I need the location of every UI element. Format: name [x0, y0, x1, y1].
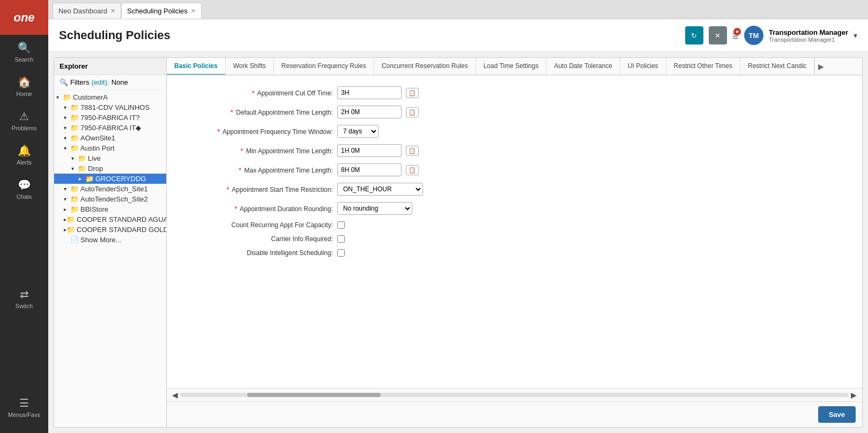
tab-work-shifts[interactable]: Work Shifts [226, 58, 274, 74]
tree-item[interactable]: ▸📁GROCERYDDG [54, 174, 166, 184]
tab-ui-policies[interactable]: UI Policies [620, 58, 666, 74]
tree-item[interactable]: ▾📁AOwnSite1 [54, 133, 166, 143]
tab-restrict-other-times[interactable]: Restrict Other Times [666, 58, 740, 74]
tree-expander[interactable]: ▾ [64, 145, 70, 151]
tree-item[interactable]: ▸📁COOPER STANDARD GOLD [54, 225, 166, 235]
tree-item-icon: 📁 [66, 226, 75, 234]
sidebar-item-switch[interactable]: ⇄ Switch [0, 281, 48, 316]
tree-expander[interactable]: ▾ [64, 186, 70, 192]
tab-restrict-next-candic[interactable]: Restrict Next Candic [740, 58, 814, 74]
tree-item[interactable]: ▸📁BBIStore [54, 204, 166, 214]
required-indicator: * [234, 205, 237, 213]
field-row-carrier-info: Carrier Info Required: [183, 235, 846, 243]
save-button[interactable]: Save [818, 406, 856, 423]
tree-item[interactable]: ▾📁Live [54, 153, 166, 163]
select-appt-duration-rounding[interactable]: No rounding 15 minutes 30 minutes 1 hour [337, 202, 412, 215]
tree-expander[interactable]: ▸ [79, 176, 85, 182]
app-logo[interactable]: one [0, 0, 48, 35]
menus-icon: ☰ [19, 397, 29, 409]
refresh-button[interactable]: ↻ [685, 26, 703, 44]
sidebar-item-menus[interactable]: ☰ Menus/Favs [0, 390, 48, 424]
tab-auto-date-tolerance[interactable]: Auto Date Tolerance [546, 58, 620, 74]
tree-item-icon: 📁 [85, 175, 94, 183]
tree-expander[interactable]: ▾ [64, 125, 70, 131]
label-appt-cutoff: * Appointment Cut Off Time: [183, 89, 333, 97]
tab-basic-policies[interactable]: Basic Policies [167, 58, 226, 76]
input-default-appt-length[interactable] [337, 106, 402, 118]
tree-item[interactable]: ▾📁Drop [54, 163, 166, 174]
tree-item-icon: 📁 [66, 215, 75, 223]
checkbox-carrier-info[interactable] [337, 235, 345, 243]
edit-default-appt-length-button[interactable]: 📋 [406, 107, 419, 117]
sidebar-item-label: Chats [17, 193, 32, 200]
avatar: TM [744, 26, 763, 45]
tree-expander[interactable]: ▾ [64, 196, 70, 202]
edit-appt-cutoff-button[interactable]: 📋 [406, 88, 419, 98]
tree-item[interactable]: ▸📁COOPER STANDARD AGUA [54, 214, 166, 225]
sidebar-item-alerts[interactable]: 🔔 Alerts [0, 138, 48, 172]
sidebar-item-home[interactable]: 🏠 Home [0, 69, 48, 103]
input-min-appt-length[interactable] [337, 144, 402, 157]
tree-expander[interactable]: ▾ [71, 166, 78, 171]
tree-item[interactable]: ▾📁7950-FABRICA IT◆ [54, 123, 166, 133]
tree-item-label: Austin Port [80, 144, 115, 152]
tree-expander[interactable]: ▾ [71, 155, 78, 161]
tree-expander[interactable]: ▾ [64, 135, 70, 141]
tree-expander[interactable]: ▾ [64, 104, 70, 110]
tab-load-time-settings[interactable]: Load Time Settings [476, 58, 547, 74]
user-dropdown-chevron[interactable]: ▾ [854, 31, 857, 40]
close-button[interactable]: ✕ [709, 26, 727, 44]
tree-item[interactable]: ▾📁AutoTenderSch_Site1 [54, 184, 166, 194]
page-header: Scheduling Policies ↻ ✕ ☰ ★ TM Transport… [48, 19, 868, 52]
browser-tab-bar: Neo Dashboard ✕ Scheduling Policies ✕ [48, 0, 868, 19]
browser-tab-neo-dashboard[interactable]: Neo Dashboard ✕ [53, 3, 121, 19]
scroll-track[interactable] [180, 393, 849, 397]
tree-item[interactable]: ▾📁AutoTenderSch_Site2 [54, 194, 166, 204]
user-name: Transportation Manager [769, 28, 848, 36]
sidebar-item-search[interactable]: 🔍 Search [0, 35, 48, 69]
required-indicator: * [227, 185, 229, 193]
sidebar-item-chats[interactable]: 💬 Chats [0, 172, 48, 206]
switch-icon: ⇄ [20, 288, 29, 301]
required-indicator: * [241, 147, 243, 155]
edit-min-appt-length-button[interactable]: 📋 [406, 146, 419, 156]
close-tab-icon[interactable]: ✕ [110, 8, 115, 14]
menu-button[interactable]: ☰ ★ [732, 30, 739, 41]
alerts-icon: 🔔 [18, 144, 31, 157]
page-title: Scheduling Policies [59, 28, 170, 42]
tree-expander[interactable]: ▾ [56, 94, 63, 100]
tree-item[interactable]: 📄Show More... [54, 235, 166, 245]
browser-tab-scheduling-policies[interactable]: Scheduling Policies ✕ [121, 3, 202, 19]
edit-max-appt-length-button[interactable]: 📋 [406, 165, 419, 175]
tree-item[interactable]: ▾📁7950-FABRICA IT? [54, 113, 166, 123]
explorer-header: Explorer [54, 58, 166, 75]
close-icon: ✕ [715, 32, 721, 40]
header-actions: ↻ ✕ ☰ ★ TM Transportation Manager Transp… [685, 26, 857, 45]
tree-item-icon: 📁 [70, 205, 79, 213]
tree-expander[interactable]: ▸ [64, 206, 70, 212]
tree-item-label: GROCERYDDG [95, 175, 146, 183]
tree-expander[interactable]: ▾ [64, 115, 70, 121]
input-max-appt-length[interactable] [337, 163, 402, 176]
user-info: Transportation Manager Transportation Ma… [769, 28, 848, 43]
scroll-left-arrow[interactable]: ◀ [172, 391, 178, 399]
tree-item[interactable]: ▾📁7881-CDV VALINHOS [54, 102, 166, 113]
tree-item[interactable]: ▾📁Austin Port [54, 143, 166, 153]
tab-reservation-frequency-rules[interactable]: Reservation Frequency Rules [274, 58, 374, 74]
select-appt-start-restriction[interactable]: ON_THE_HOUR ON_THE_HALF_HOUR NONE [337, 183, 423, 196]
select-appt-freq-window[interactable]: 1 day 7 days 14 days 30 days [337, 125, 379, 138]
field-row-appt-start-restriction: * Appointment Start Time Restriction: ON… [183, 183, 846, 196]
close-tab-icon[interactable]: ✕ [191, 8, 196, 14]
horizontal-scrollbar: ◀ ▶ [167, 388, 862, 401]
filter-edit-link[interactable]: (edit): [91, 78, 109, 86]
tree-item[interactable]: ▾📁CustomerA [54, 92, 166, 102]
input-appt-cutoff[interactable] [337, 86, 402, 99]
tab-concurrent-reservation-rules[interactable]: Concurrent Reservation Rules [374, 58, 476, 74]
tab-scroll-right[interactable]: ▶ [814, 58, 827, 74]
checkbox-disable-intelligent[interactable] [337, 249, 345, 257]
scroll-right-arrow[interactable]: ▶ [851, 391, 857, 399]
checkbox-count-recurring[interactable] [337, 221, 345, 229]
user-role: Transportation Manager1 [769, 36, 848, 43]
required-indicator: * [231, 108, 233, 116]
sidebar-item-problems[interactable]: ⚠ Problems [0, 103, 48, 138]
